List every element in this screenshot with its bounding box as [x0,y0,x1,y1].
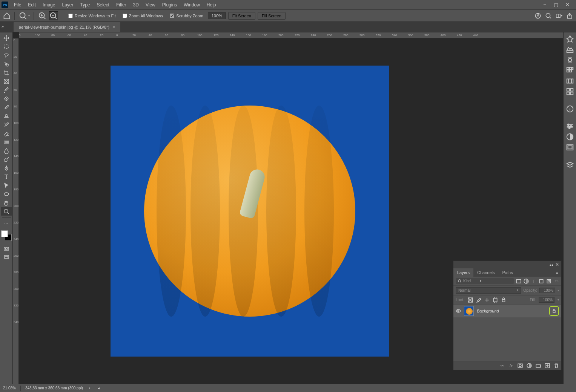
frame-tool[interactable] [1,77,12,86]
channels-tab[interactable]: Channels [473,268,498,277]
menu-edit[interactable]: Edit [25,1,39,9]
hand-tool[interactable] [1,199,12,207]
marquee-tool[interactable] [1,43,12,51]
panel-close-icon[interactable]: ✕ [555,262,559,267]
zoom-percent-field[interactable]: 100% [208,12,226,19]
new-layer-icon[interactable] [545,363,550,368]
eyedropper-tool[interactable] [1,86,12,94]
zoom-out-icon[interactable] [49,11,58,20]
tab-expand-arrow[interactable]: » [2,24,4,29]
menu-help[interactable]: Help [203,1,220,9]
menu-view[interactable]: View [142,1,159,9]
adjustments-panel-icon[interactable] [566,77,574,85]
fit-screen-button[interactable]: Fit Screen [228,12,255,20]
menu-select[interactable]: Select [94,1,113,9]
zoom-tool-icon[interactable] [18,11,28,20]
horizontal-ruler[interactable]: 0100806040200204060801001201401601802002… [19,32,563,38]
foreground-color-swatch[interactable] [1,230,8,237]
delete-layer-icon[interactable] [554,363,559,368]
layers-tab[interactable]: Layers [453,268,473,277]
filter-toggle-icon[interactable]: ⬭ [554,279,559,284]
filter-smart-icon[interactable] [546,279,551,284]
panel-collapse-icon[interactable]: ◂◂ [549,263,553,267]
fill-field[interactable]: 100% [539,297,554,303]
crop-tool[interactable] [1,69,12,77]
search-icon[interactable] [545,12,552,19]
layer-style-icon[interactable]: fx [508,363,514,368]
properties-panel-icon[interactable] [566,122,574,130]
swatches-panel-icon[interactable] [566,45,574,54]
type-tool[interactable] [1,173,12,181]
brush-tool[interactable] [1,103,12,112]
styles-panel-icon[interactable] [566,87,574,96]
fill-screen-button[interactable]: Fill Screen [258,12,286,20]
libraries-panel-icon[interactable] [566,143,574,152]
home-button[interactable] [3,12,11,20]
document-tab[interactable]: aerial-view-fresh-pumpkin.jpg @ 21,1% (R… [14,22,120,32]
eraser-tool[interactable] [1,129,12,138]
vertical-ruler[interactable]: 0204060801001201401601802002202402602803… [13,38,19,384]
color-swatches[interactable] [1,230,12,241]
lock-transparent-icon[interactable] [468,297,473,303]
menu-file[interactable]: File [11,1,25,9]
group-layers-icon[interactable] [536,363,541,368]
lasso-tool[interactable] [1,51,12,60]
layer-thumbnail[interactable] [464,306,474,316]
zoom-in-icon[interactable] [38,11,47,20]
layer-lock-icon[interactable] [549,306,559,316]
info-panel-icon[interactable] [566,105,574,113]
healing-brush-tool[interactable] [1,95,12,103]
window-maximize[interactable]: ▢ [553,2,559,8]
layer-visibility-toggle[interactable] [456,308,461,314]
zoom-tool[interactable] [1,207,12,216]
blend-mode-select[interactable]: Normal ▾ [456,287,521,294]
menu-filter[interactable]: Filter [113,1,130,9]
scrubby-zoom-checkbox[interactable]: Scrubby Zoom [167,14,206,18]
clone-stamp-tool[interactable] [1,112,12,120]
status-doc-dims[interactable]: 343,83 mm x 360,68 mm (300 ppi) [25,386,83,390]
adjustments-icon-2[interactable] [566,133,574,141]
gradient-tool[interactable] [1,138,12,146]
adjustment-layer-icon[interactable] [527,363,532,368]
patterns-panel-icon[interactable] [566,66,574,75]
menu-type[interactable]: Type [77,1,93,9]
opacity-field[interactable]: 100% [539,288,555,293]
cloud-docs-icon[interactable] [535,12,541,19]
quick-mask-toggle[interactable] [1,245,12,253]
menu-image[interactable]: Image [39,1,58,9]
layer-filter-kind[interactable]: ▾ [456,278,514,284]
menu-plugins[interactable]: Plugins [159,1,180,9]
screen-mode-toggle[interactable] [1,253,12,262]
layer-mask-icon[interactable] [518,363,523,368]
filter-adjustment-icon[interactable] [524,279,529,284]
filter-shape-icon[interactable] [539,279,544,284]
lock-image-icon[interactable] [476,297,481,303]
move-tool[interactable] [1,34,12,42]
status-info-arrow[interactable]: › [88,386,92,390]
link-layers-icon[interactable]: ⚯ [499,363,505,368]
dodge-tool[interactable] [1,155,12,164]
lock-artboard-icon[interactable] [493,297,498,303]
layer-row[interactable]: Background [453,305,561,317]
menu-3d[interactable]: 3D [130,1,142,9]
tab-close-icon[interactable]: × [112,24,115,30]
shape-tool[interactable] [1,190,12,198]
edit-toolbar-icon[interactable]: ⋯ [1,219,12,228]
menu-layer[interactable]: Layer [58,1,77,9]
window-close[interactable]: ✕ [565,2,570,8]
layer-name[interactable]: Background [477,309,546,313]
layer-filter-input[interactable] [463,279,478,283]
zoom-all-windows-checkbox[interactable]: Zoom All Windows [120,14,165,18]
blur-tool[interactable] [1,147,12,155]
color-panel-icon[interactable] [566,35,574,43]
workspace-switcher-icon[interactable]: ▾ [556,12,562,19]
menu-window[interactable]: Window [180,1,203,9]
quick-select-tool[interactable] [1,60,12,68]
lock-position-icon[interactable] [484,297,490,303]
path-select-tool[interactable] [1,181,12,190]
filter-pixel-icon[interactable] [516,279,521,284]
pen-tool[interactable] [1,164,12,172]
layers-panel-icon[interactable] [566,161,574,169]
filter-type-icon[interactable]: T [531,279,536,284]
status-zoom[interactable]: 21.08% [3,386,16,390]
